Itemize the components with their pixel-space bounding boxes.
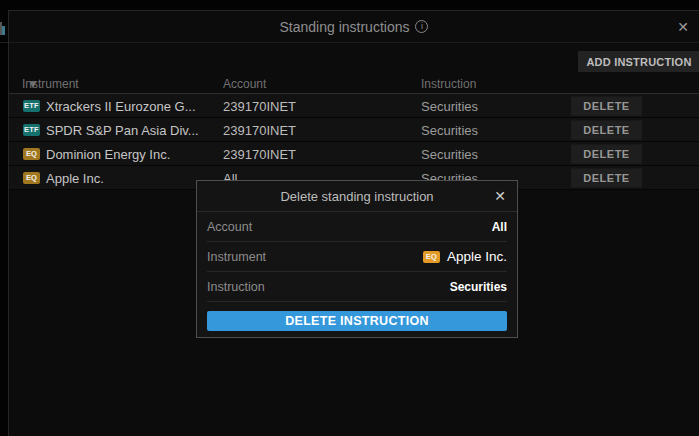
close-icon[interactable]: ✕: [673, 19, 693, 35]
field-label: Account: [207, 220, 252, 234]
instructions-table: Instrument▼ Account Instruction ETF Xtra…: [9, 74, 699, 190]
modal-titlebar: Delete standing instruction ✕: [197, 181, 517, 212]
account-value: 239170INET: [223, 146, 296, 161]
field-account: Account All: [207, 212, 507, 242]
delete-button[interactable]: DELETE: [571, 96, 642, 115]
asset-type-badge-etf: ETF: [23, 100, 40, 112]
field-instrument: Instrument EQ Apple Inc.: [207, 242, 507, 272]
instruction-value: Securities: [421, 146, 478, 161]
field-value: All: [492, 220, 507, 234]
delete-button[interactable]: DELETE: [571, 120, 642, 139]
account-value: 239170INET: [223, 98, 296, 113]
dialog-title-text: Standing instructions: [280, 19, 410, 35]
modal-close-icon[interactable]: ✕: [492, 188, 508, 204]
table-row: EQ Dominion Energy Inc. 239170INET Secur…: [9, 142, 699, 166]
asset-type-badge-eq: EQ: [23, 172, 40, 184]
instruction-value: Securities: [421, 98, 478, 113]
modal-fields: Account All Instrument EQ Apple Inc. Ins…: [207, 212, 507, 302]
modal-title: Delete standing instruction: [280, 189, 433, 204]
table-row: ETF Xtrackers II Eurozone G... 239170INE…: [9, 94, 699, 118]
instrument-name: Apple Inc.: [447, 249, 507, 264]
delete-instruction-button[interactable]: DELETE INSTRUCTION: [207, 311, 507, 331]
field-instruction: Instruction Securities: [207, 272, 507, 302]
sort-desc-icon: ▼: [27, 77, 39, 91]
column-header-instruction[interactable]: Instruction: [421, 77, 476, 91]
field-value: EQ Apple Inc.: [423, 249, 507, 264]
asset-type-badge-etf: ETF: [23, 124, 40, 136]
instruction-value: Securities: [421, 122, 478, 137]
asset-type-badge-eq: EQ: [423, 251, 440, 263]
dialog-title: Standing instructions i: [280, 19, 429, 35]
instrument-name: Xtrackers II Eurozone G...: [46, 98, 196, 113]
delete-button[interactable]: DELETE: [571, 144, 642, 163]
dialog-titlebar: Standing instructions i ✕: [9, 11, 699, 43]
table-header-row: Instrument▼ Account Instruction: [9, 74, 699, 94]
info-icon[interactable]: i: [415, 20, 428, 33]
asset-type-badge-eq: EQ: [23, 148, 40, 160]
column-header-account[interactable]: Account: [223, 77, 266, 91]
background-app-divider: [0, 42, 8, 43]
screen: Standing instructions i ✕ ADD INSTRUCTIO…: [0, 0, 699, 436]
account-value: 239170INET: [223, 122, 296, 137]
delete-instruction-modal: Delete standing instruction ✕ Account Al…: [196, 180, 518, 338]
add-instruction-button[interactable]: ADD INSTRUCTION: [578, 51, 699, 72]
instrument-name: Dominion Energy Inc.: [46, 146, 170, 161]
instrument-name: SPDR S&P Pan Asia Div...: [46, 122, 199, 137]
field-value: Securities: [450, 280, 507, 294]
table-row: ETF SPDR S&P Pan Asia Div... 239170INET …: [9, 118, 699, 142]
background-app-accent-fragment: [2, 26, 5, 35]
instrument-name: Apple Inc.: [46, 170, 104, 185]
delete-button[interactable]: DELETE: [571, 168, 642, 187]
field-label: Instrument: [207, 250, 266, 264]
field-label: Instruction: [207, 280, 265, 294]
